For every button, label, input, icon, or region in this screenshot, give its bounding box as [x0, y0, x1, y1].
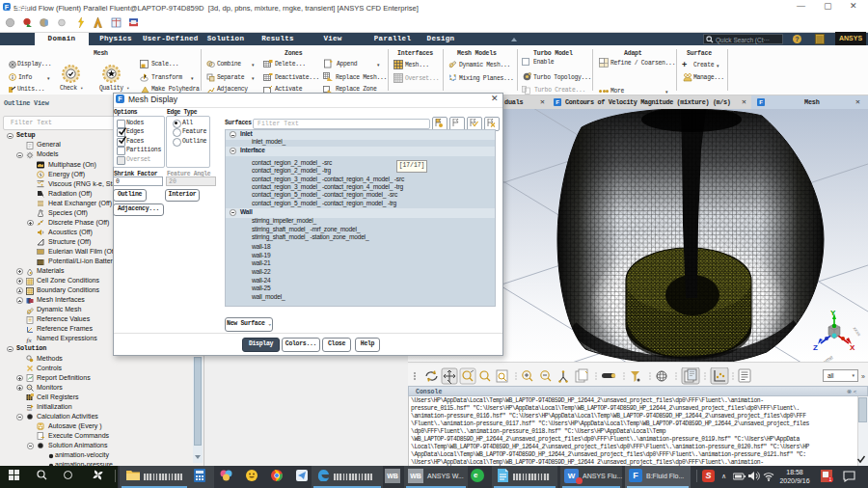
svg-text:fx: fx	[27, 336, 33, 343]
svg-text:Z: Z	[813, 343, 818, 352]
svg-text:Y: Y	[830, 309, 836, 317]
svg-text:t=0: t=0	[27, 408, 32, 411]
svg-text:X: X	[850, 343, 855, 352]
